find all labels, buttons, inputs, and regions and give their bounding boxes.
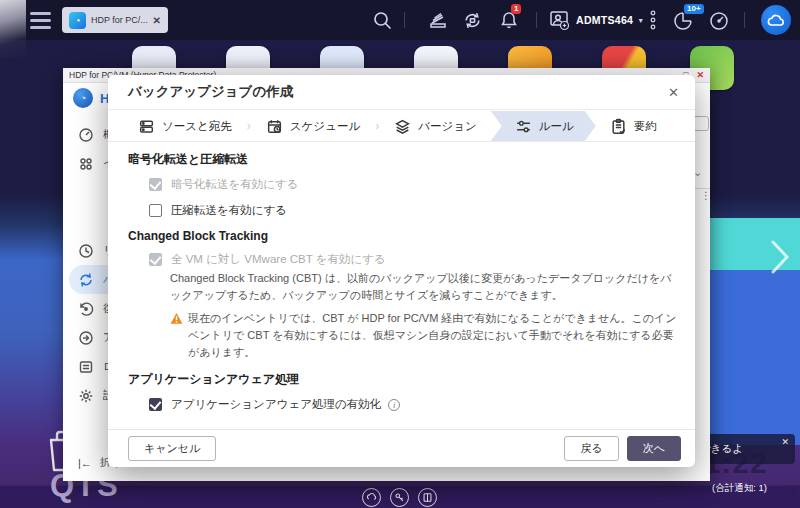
tab-label: ルール [539,119,574,134]
next-button[interactable]: 次へ [627,436,681,461]
tab-version[interactable]: バージョン [380,111,491,141]
encrypt-checkbox-label: 暗号化転送を有効にする [171,177,299,192]
tab-label: バージョン [418,119,477,134]
cbt-description: Changed Block Tracking (CBT) は、以前のバックアップ… [170,270,677,304]
taskbar-divider [744,12,745,28]
corner-panel-edge [0,0,26,58]
more-options-icon[interactable] [648,9,658,35]
manual-book-icon[interactable] [418,488,437,507]
section-heading-encryption: 暗号化転送と圧縮転送 [128,151,677,168]
main-menu-icon[interactable] [30,12,51,33]
checkbox-row-cbt: 全 VM に対し VMware CBT を有効にする [149,252,677,267]
grid-icon [78,156,94,172]
encrypt-checkbox [149,178,162,191]
dashboard-icon[interactable] [708,10,730,36]
cbt-warning: 現在のインベントリでは、CBT が HDP for PC/VM 経由で有効になる… [170,310,677,361]
section-heading-cbt: Changed Block Tracking [128,229,677,243]
log-icon [78,359,94,375]
chevron-down-icon: ▼ [637,17,644,24]
desktop-next-screen-arrow[interactable] [769,238,791,280]
taskbar-divider [404,12,405,28]
taskbar-divider [536,12,537,28]
notification-close-icon[interactable]: ✕ [781,437,789,447]
activity-icon [78,330,94,346]
clock-icon [78,243,94,259]
qnap-cloud-button[interactable] [761,5,791,35]
dialog-close-icon[interactable]: ✕ [668,85,679,100]
compress-checkbox-label: 圧縮転送を有効にする [171,203,287,218]
hdp-app-icon: ◔ [69,12,86,29]
checkbox-row-encrypt: 暗号化転送を有効にする [149,177,677,192]
rules-icon [515,118,532,135]
warning-icon [170,312,183,325]
tab-summary[interactable]: 要約 [596,111,671,141]
dialog-content: 暗号化転送と圧縮転送 暗号化転送を有効にする 圧縮転送を有効にする Change… [128,145,677,427]
tab-schedule[interactable]: スケジュール [252,111,374,141]
taskbar-app-tab[interactable]: ◔ HDP for PC/... ✕ [62,7,168,33]
cloud-icon [767,13,785,27]
tab-rules[interactable]: ルール [491,111,596,141]
taskbar-app-tab-label: HDP for PC/... [91,15,148,25]
search-icon[interactable] [372,10,392,34]
tab-label: スケジュール [290,119,360,134]
window-close-button[interactable]: ✕ [696,71,704,80]
dialog-footer: キャンセル 戻る 次へ [108,429,695,467]
checkbox-row-app-aware[interactable]: アプリケーションアウェア処理の有効化 i [149,397,677,412]
restore-icon [78,301,94,317]
gauge-icon [78,127,94,143]
source-icon [138,118,155,135]
myqnapcloud-icon[interactable] [362,488,381,507]
app-aware-checkbox-label: アプリケーションアウェア処理の有効化 [171,397,381,412]
user-icon [548,9,570,31]
taskbar-app-tab-close-icon[interactable]: ✕ [153,15,161,26]
tab-label: 要約 [634,119,657,134]
collapse-icon: |← [78,457,92,469]
summary-icon [610,118,627,135]
tab-separator-icon: › [375,119,379,133]
background-tasks-icon[interactable] [428,10,448,34]
version-icon [394,118,411,135]
tab-label: ソースと宛先 [162,119,232,134]
tab-separator-icon: › [247,119,251,133]
cbt-warning-text: 現在のインベントリでは、CBT が HDP for PC/VM 経由で有効になる… [188,310,677,361]
date-fragment: 日 [787,483,796,496]
sync-icon [78,272,94,288]
dialog-title: バックアップジョブの作成 [128,83,668,101]
notification-total: (合計通知: 1) [712,482,767,495]
dialog-header: バックアップジョブの作成 ✕ [108,75,695,110]
bell-badge: 1 [511,4,521,14]
resource-badge: 10+ [684,4,704,14]
checkbox-row-compress[interactable]: 圧縮転送を有効にする [149,203,677,218]
hdp-logo-icon: ◔ [73,88,93,108]
cbt-checkbox [149,253,162,266]
secure-sync-icon[interactable] [462,10,483,35]
user-name: ADMTS464 [576,14,633,26]
compress-checkbox[interactable] [149,204,162,217]
utility-key-icon[interactable] [390,488,409,507]
info-icon[interactable]: i [388,399,400,411]
more-menu-icon[interactable]: ⋮ [701,194,711,198]
user-menu[interactable]: ADMTS464 ▼ [548,9,644,31]
cbt-checkbox-label: 全 VM に対し VMware CBT を有効にする [171,252,386,267]
wizard-steps: ソースと宛先›スケジュール›バージョンルール要約 [108,111,695,142]
back-button[interactable]: 戻る [564,436,618,461]
schedule-icon [266,118,283,135]
gear-icon [78,388,94,404]
tab-source[interactable]: ソースと宛先 [124,111,246,141]
section-heading-app-aware: アプリケーションアウェア処理 [128,371,677,388]
app-aware-checkbox[interactable] [149,398,162,411]
create-backup-job-dialog: バックアップジョブの作成 ✕ ソースと宛先›スケジュール›バージョンルール要約 … [108,75,695,467]
cancel-button[interactable]: キャンセル [128,436,216,461]
